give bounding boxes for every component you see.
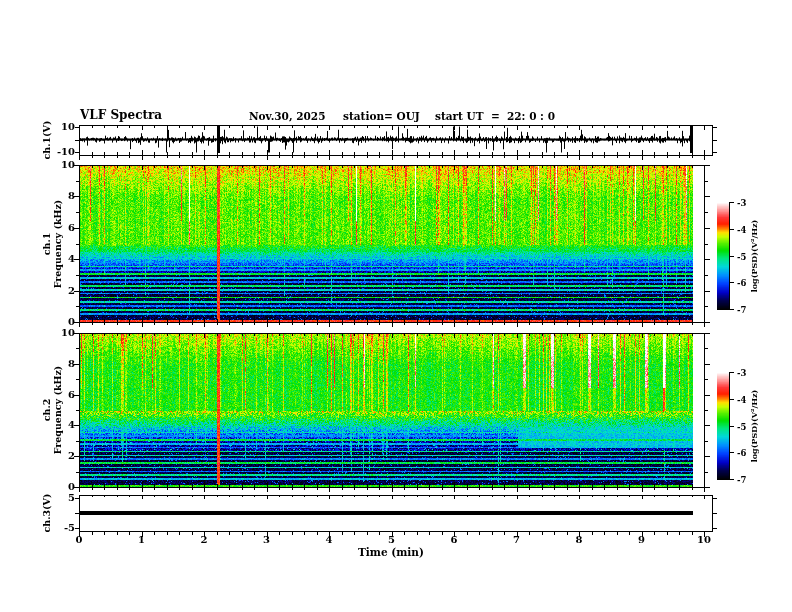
colorbar1-tick-label: -7 bbox=[737, 305, 746, 315]
spec2-ytick-label: 10 bbox=[43, 328, 75, 338]
ch3v-ytick-label: -5 bbox=[43, 523, 75, 533]
x-tick-label: 1 bbox=[138, 535, 145, 545]
colorbar2-tick-label: -3 bbox=[737, 368, 746, 378]
ch1v-ytick-label: -10 bbox=[43, 147, 75, 157]
start-ut-label: start UT = 22: 0 : 0 bbox=[435, 111, 555, 123]
spec2-ytick-label: 8 bbox=[43, 359, 75, 369]
spec2-ytick-label: 4 bbox=[43, 420, 75, 430]
spec1-ytick-label: 0 bbox=[43, 317, 75, 327]
colorbar2-tick-label: -7 bbox=[737, 475, 746, 485]
colorbar2-tick-label: -5 bbox=[737, 422, 746, 432]
figure-title: VLF Spectra bbox=[80, 109, 162, 122]
spec2-ytick-label: 0 bbox=[43, 482, 75, 492]
x-tick-label: 0 bbox=[76, 535, 83, 545]
date-label: Nov.30, 2025 bbox=[249, 111, 325, 123]
x-tick-label: 9 bbox=[638, 535, 645, 545]
spec1-ytick-label: 10 bbox=[43, 160, 75, 170]
x-tick-label: 7 bbox=[513, 535, 520, 545]
colorbar1-tick-label: -6 bbox=[737, 278, 746, 288]
colorbar1-label: log(PSD)(V²/Hz) bbox=[749, 220, 759, 293]
time-axis-label: Time (min) bbox=[358, 547, 424, 559]
colorbar2-tick-label: -6 bbox=[737, 448, 746, 458]
ch2-frequency-axis-label: ch.2 Frequency (kHz) bbox=[41, 366, 63, 455]
colorbar1-tick-label: -3 bbox=[737, 198, 746, 208]
ch1-frequency-axis-label: ch.1 Frequency (kHz) bbox=[41, 200, 63, 289]
colorbar2-label: log(PSD)(V²/Hz) bbox=[749, 390, 759, 463]
figure-canvas bbox=[0, 0, 792, 612]
vlf-spectra-figure: VLF Spectra Nov.30, 2025 station= OUJ st… bbox=[0, 0, 792, 612]
ch2-axis-label-line1: ch.2 bbox=[41, 399, 52, 422]
colorbar1-tick-label: -5 bbox=[737, 252, 746, 262]
x-tick-label: 8 bbox=[576, 535, 583, 545]
ch2-axis-label-line2: Frequency (kHz) bbox=[52, 366, 63, 455]
x-tick-label: 2 bbox=[201, 535, 208, 545]
spec2-ytick-label: 2 bbox=[43, 451, 75, 461]
x-tick-label: 4 bbox=[326, 535, 333, 545]
colorbar1-tick-label: -4 bbox=[737, 225, 746, 235]
colorbar2-tick-label: -4 bbox=[737, 395, 746, 405]
spec1-ytick-label: 8 bbox=[43, 191, 75, 201]
x-tick-label: 6 bbox=[451, 535, 458, 545]
spec1-ytick-label: 2 bbox=[43, 286, 75, 296]
x-tick-label: 5 bbox=[388, 535, 395, 545]
ch1-axis-label-line1: ch.1 bbox=[41, 233, 52, 256]
spec1-ytick-label: 4 bbox=[43, 254, 75, 264]
spec1-ytick-label: 6 bbox=[43, 223, 75, 233]
ch1-axis-label-line2: Frequency (kHz) bbox=[52, 200, 63, 289]
station-label: station= OUJ bbox=[343, 111, 420, 123]
ch3v-ytick-label: 5 bbox=[43, 493, 75, 503]
ch1v-ytick-label: 10 bbox=[43, 122, 75, 132]
spec2-ytick-label: 6 bbox=[43, 390, 75, 400]
x-tick-label: 10 bbox=[697, 535, 711, 545]
x-tick-label: 3 bbox=[263, 535, 270, 545]
